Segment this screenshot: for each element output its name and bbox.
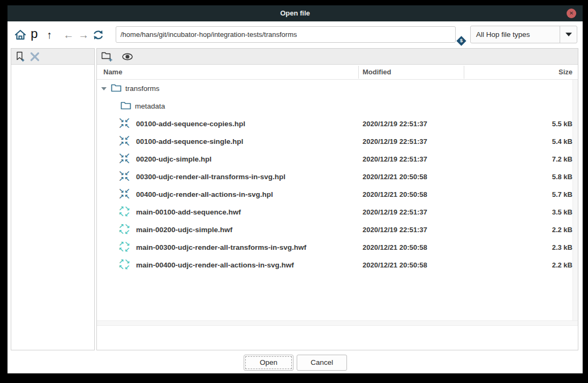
folder-name: transforms: [125, 80, 160, 97]
bookmarks-toolbar: [11, 49, 94, 65]
table-row[interactable]: ↘↙↗↖ 00300-udjc-render-all-transforms-in…: [97, 168, 578, 186]
pipeline-file-icon: ↘↙↗↖: [118, 135, 130, 147]
pipeline-file-icon: ↘↙↗↖: [118, 153, 130, 165]
file-size: 2.2 kB: [552, 256, 572, 274]
titlebar[interactable]: Open file ✕: [7, 5, 583, 21]
file-modified: 2020/12/21 20:50:58: [363, 256, 427, 274]
table-row[interactable]: ↘↙↗↖ 00200-udjc-simple.hpl 2020/12/19 22…: [97, 150, 578, 168]
path-value: /home/hans/git/incubator-hop/integration…: [120, 30, 297, 39]
workflow-file-icon: ↗↘↖↙: [118, 259, 130, 271]
file-modified: 2020/12/19 22:51:37: [363, 221, 427, 239]
file-type-dropdown-button[interactable]: [560, 26, 577, 43]
folder-icon: [111, 83, 122, 93]
file-name: 00200-udjc-simple.hpl: [136, 150, 212, 168]
tree-row-root-folder[interactable]: transforms: [97, 80, 578, 97]
bookmarks-panel: [11, 48, 95, 350]
navigate-back-button[interactable]: ←: [61, 21, 76, 48]
column-header-modified[interactable]: Modified: [363, 65, 391, 80]
file-size: 2.2 kB: [552, 221, 572, 239]
table-row[interactable]: ↗↘↖↙ main-00200-udjc-simple.hwf 2020/12/…: [97, 221, 578, 239]
forward-arrow-icon: →: [78, 29, 89, 41]
file-name: 00100-add-sequence-copies.hpl: [136, 115, 245, 133]
up-arrow-icon: ↑: [47, 29, 52, 41]
file-modified: 2020/12/21 20:50:58: [363, 168, 427, 186]
file-name: 00400-udjc-render-all-actions-in-svg.hpl: [136, 186, 273, 203]
vertical-scrollbar[interactable]: [572, 80, 578, 320]
file-size: 5.8 kB: [552, 168, 572, 186]
file-size: 5.7 kB: [552, 186, 572, 203]
refresh-icon: [92, 29, 104, 41]
file-size: 5.4 kB: [552, 133, 572, 150]
file-modified: 2020/12/19 22:51:37: [363, 133, 427, 150]
refresh-button[interactable]: [90, 21, 106, 48]
tree-row-sub-folder[interactable]: metadata: [97, 97, 578, 115]
file-modified: 2020/12/19 22:51:37: [363, 203, 427, 221]
pipeline-file-icon: ↘↙↗↖: [118, 118, 130, 129]
open-button[interactable]: Open: [244, 355, 293, 371]
workflow-file-icon: ↗↘↖↙: [118, 224, 130, 235]
file-name: main-00200-udjc-simple.hwf: [136, 221, 232, 239]
close-icon[interactable]: ✕: [567, 9, 576, 18]
dialog-title: Open file: [7, 5, 583, 21]
column-separator[interactable]: [464, 66, 464, 79]
cancel-button[interactable]: Cancel: [297, 355, 347, 371]
table-row[interactable]: ↗↘↖↙ main-00400-udjc-render-all-actions-…: [97, 256, 578, 274]
table-row[interactable]: ↗↘↖↙ main-00100-add-sequence.hwf 2020/12…: [97, 203, 578, 221]
back-arrow-icon: ←: [63, 29, 74, 41]
column-separator[interactable]: [358, 66, 359, 79]
navigation-toolbar: p ↑ ← → /home/hans/git/incubator-hop: [7, 21, 583, 48]
file-modified: 2020/12/21 20:50:58: [363, 186, 427, 203]
chevron-down-icon: [566, 33, 572, 36]
variable-icon[interactable]: $: [456, 36, 466, 45]
file-name: main-00100-add-sequence.hwf: [136, 203, 241, 221]
column-header-name[interactable]: Name: [103, 65, 122, 80]
file-modified: 2020/12/19 22:51:37: [363, 115, 427, 133]
new-folder-button[interactable]: [100, 49, 114, 65]
eye-icon: [122, 53, 133, 60]
add-bookmark-button[interactable]: [14, 49, 26, 65]
table-row[interactable]: ↘↙↗↖ 00100-add-sequence-copies.hpl 2020/…: [97, 115, 578, 133]
column-header-size[interactable]: Size: [559, 65, 572, 80]
home-icon: [14, 29, 26, 40]
file-type-value: All Hop file types: [476, 26, 530, 43]
file-size: 7.2 kB: [552, 150, 572, 168]
folder-icon: [120, 101, 131, 110]
pipeline-file-icon: ↘↙↗↖: [118, 171, 130, 182]
file-size: 2.3 kB: [552, 239, 572, 256]
project-home-button[interactable]: p: [28, 21, 41, 48]
file-type-select[interactable]: All Hop file types: [470, 26, 577, 43]
show-hidden-files-button[interactable]: [120, 49, 134, 65]
workflow-file-icon: ↗↘↖↙: [118, 241, 130, 253]
file-name: 00300-udjc-render-all-transforms-in-svg.…: [136, 168, 285, 186]
path-input[interactable]: /home/hans/git/incubator-hop/integration…: [116, 26, 456, 43]
table-row[interactable]: ↘↙↗↖ 00400-udjc-render-all-actions-in-sv…: [97, 186, 578, 203]
file-size: 5.5 kB: [552, 115, 572, 133]
file-name: main-00400-udjc-render-all-actions-in-sv…: [136, 256, 294, 274]
file-modified: 2020/12/19 22:51:37: [363, 150, 427, 168]
horizontal-scrollbar[interactable]: [97, 320, 578, 326]
expand-caret-icon[interactable]: [101, 87, 107, 90]
remove-bookmark-button[interactable]: [28, 49, 41, 65]
file-name: main-00300-udjc-render-all-transforms-in…: [136, 239, 306, 256]
file-name: 00100-add-sequence-single.hpl: [136, 133, 243, 150]
navigate-forward-button[interactable]: →: [76, 21, 91, 48]
home-button[interactable]: [13, 21, 28, 48]
table-row[interactable]: ↗↘↖↙ main-00300-udjc-render-all-transfor…: [97, 239, 578, 256]
table-row[interactable]: ↘↙↗↖ 00100-add-sequence-single.hpl 2020/…: [97, 133, 578, 150]
file-table-body: transforms metadata ↘↙↗↖ 00100-add-seque…: [97, 80, 578, 274]
bookmark-add-icon: [16, 51, 25, 62]
file-size: 3.5 kB: [552, 203, 572, 221]
file-browser-panel: Name Modified Size transforms: [96, 48, 578, 350]
table-header: Name Modified Size: [97, 65, 578, 80]
folder-name: metadata: [135, 97, 165, 115]
open-file-dialog: Open file ✕ p ↑ ← →: [7, 5, 583, 373]
workflow-file-icon: ↗↘↖↙: [118, 206, 130, 218]
screen: Open file ✕ p ↑ ← →: [0, 0, 588, 383]
file-modified: 2020/12/21 20:50:58: [363, 239, 427, 256]
project-home-icon: p: [31, 26, 37, 41]
folder-add-icon: [101, 51, 113, 62]
pipeline-file-icon: ↘↙↗↖: [118, 188, 130, 200]
remove-x-icon: [30, 52, 40, 62]
navigate-up-button[interactable]: ↑: [42, 21, 57, 48]
browser-toolbar: [97, 49, 578, 65]
